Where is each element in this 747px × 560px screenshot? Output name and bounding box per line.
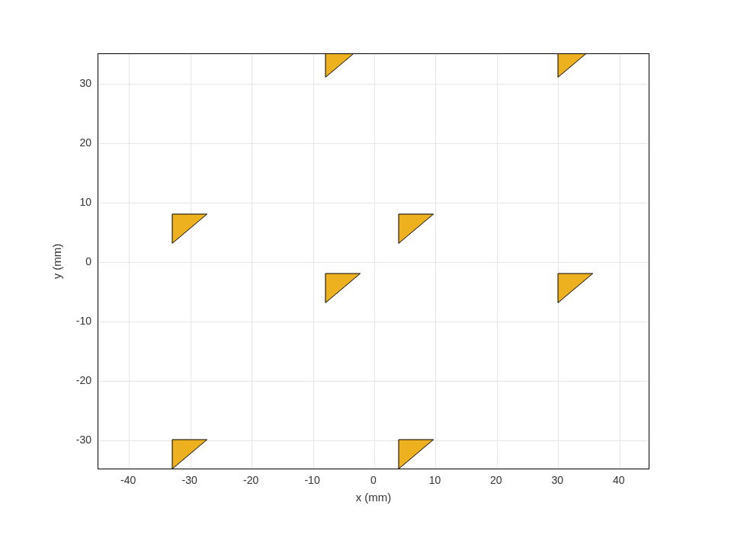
y-tick-label: 30 xyxy=(79,77,91,89)
triangle-marker xyxy=(399,440,435,469)
triangle-marker xyxy=(558,274,595,310)
svg-marker-2 xyxy=(325,53,361,77)
gridline-horizontal xyxy=(98,203,649,203)
gridline-horizontal xyxy=(98,262,649,263)
svg-marker-0 xyxy=(172,214,207,243)
y-tick-label: 0 xyxy=(85,255,91,267)
y-tick-label: -20 xyxy=(76,374,91,386)
svg-marker-1 xyxy=(172,440,207,469)
triangle-marker xyxy=(172,214,209,251)
figure-area: x (mm) y (mm) -40-30-20-10010203040 -30-… xyxy=(0,0,747,560)
x-axis-label: x (mm) xyxy=(356,491,392,504)
x-tick-label: -40 xyxy=(120,474,136,486)
x-tick-label: 40 xyxy=(613,474,625,486)
y-tick-label: 10 xyxy=(79,196,91,208)
y-tick-label: -10 xyxy=(76,315,91,327)
triangle-marker xyxy=(558,53,595,85)
plot-axes xyxy=(98,53,649,469)
gridline-horizontal xyxy=(98,381,649,382)
x-tick-label: -10 xyxy=(304,474,319,486)
svg-marker-5 xyxy=(399,440,434,469)
svg-marker-3 xyxy=(325,274,361,302)
triangle-marker xyxy=(325,274,362,310)
gridline-horizontal xyxy=(98,322,649,322)
svg-marker-4 xyxy=(399,214,434,243)
triangle-marker xyxy=(172,440,209,469)
triangle-marker xyxy=(325,53,362,85)
gridline-horizontal xyxy=(98,143,649,144)
x-tick-label: 0 xyxy=(370,474,377,486)
triangle-marker xyxy=(399,214,435,251)
x-tick-label: 10 xyxy=(429,474,441,486)
svg-marker-7 xyxy=(558,274,593,302)
y-tick-label: 20 xyxy=(79,136,91,149)
x-tick-label: 20 xyxy=(490,474,502,486)
y-axis-label: y (mm) xyxy=(50,244,63,280)
x-tick-label: -30 xyxy=(182,474,197,486)
x-tick-label: -20 xyxy=(243,474,258,486)
x-tick-label: 30 xyxy=(552,474,564,486)
y-tick-label: -30 xyxy=(76,434,91,446)
svg-marker-6 xyxy=(558,53,593,77)
